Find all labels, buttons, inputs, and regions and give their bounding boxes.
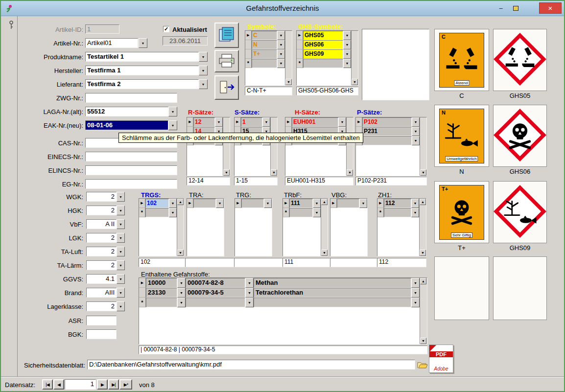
scrollbar[interactable]: ▼ — [270, 117, 277, 176]
dropdown-arrow-icon[interactable]: ▼ — [169, 208, 177, 217]
ta-luft-dropdown-icon[interactable]: ▼ — [117, 247, 125, 256]
symbol-value[interactable]: T+ — [252, 49, 277, 59]
scroll-down-icon[interactable]: ▼ — [420, 250, 426, 256]
artikel-nr-input[interactable]: Artikel01 — [85, 38, 138, 48]
ta-laerm-dropdown-icon[interactable]: ▼ — [117, 260, 125, 270]
wgk-input[interactable]: 2 — [86, 192, 117, 202]
record-selector-icon[interactable]: ▶ — [139, 278, 146, 288]
ggvs-dropdown-icon[interactable]: ▼ — [117, 274, 125, 284]
scroll-down-icon[interactable]: ▼ — [347, 169, 353, 176]
gefahrstoff-id-empty[interactable] — [146, 298, 177, 307]
aktualisiert-checkbox[interactable]: ✓ — [163, 26, 169, 32]
elincs-nr-input[interactable] — [85, 165, 177, 175]
record-selector-icon[interactable]: ▶ — [235, 199, 241, 208]
dropdown-arrow-icon[interactable]: ▼ — [277, 31, 285, 40]
scroll-up-icon[interactable]: ▲ — [420, 278, 426, 284]
scrollbar[interactable]: ▲▼ — [321, 199, 328, 256]
dropdown-arrow-icon[interactable]: ▼ — [411, 288, 420, 298]
gefahrstoff-id[interactable]: 23130 — [146, 288, 177, 298]
hgk-input[interactable]: 2 — [86, 206, 117, 215]
dropdown-arrow-icon[interactable]: ▼ — [359, 199, 367, 208]
p-satz-value[interactable]: P231 — [362, 127, 412, 136]
sdb-path-input[interactable]: D:\Datenbanken\Gefahrstoffverwaltung\kmr… — [87, 360, 415, 369]
new-record-icon[interactable]: * — [283, 208, 289, 217]
scrollbar[interactable]: ▼ — [223, 117, 230, 176]
maximize-button[interactable] — [508, 2, 523, 14]
produktname-input[interactable]: Testartikel 1 — [85, 52, 199, 62]
asr-input[interactable] — [86, 316, 117, 325]
eak-nr-input[interactable]: 08-01-06 — [85, 120, 168, 130]
scroll-up-icon[interactable]: ▲ — [321, 199, 328, 205]
dropdown-arrow-icon[interactable]: ▼ — [412, 117, 420, 127]
new-record-icon[interactable]: * — [297, 59, 303, 68]
vbf-input[interactable]: A II — [86, 219, 117, 229]
dropdown-arrow-icon[interactable]: ▼ — [277, 49, 285, 59]
record-selector-icon[interactable]: ▶ — [356, 117, 362, 127]
lieferant-input[interactable]: Testfirma 2 — [85, 79, 199, 89]
pdf-file-icon[interactable]: PDF Adobe — [429, 345, 453, 373]
scrollbar[interactable]: ▼ — [346, 117, 353, 176]
record-selector-icon[interactable]: ▶ — [245, 31, 252, 40]
new-record-icon[interactable]: * — [139, 298, 146, 307]
new-record-icon[interactable]: * — [245, 59, 252, 68]
report-button[interactable] — [214, 23, 239, 48]
lagerklasse-dropdown-icon[interactable]: ▼ — [117, 301, 125, 311]
ghs-value[interactable]: GHS09 — [303, 49, 343, 59]
record-selector-icon[interactable]: ▶ — [330, 199, 337, 208]
artikel-nr-dropdown-icon[interactable]: ▼ — [139, 38, 147, 48]
dropdown-arrow-icon[interactable]: ▼ — [277, 59, 285, 68]
first-record-button[interactable]: |◀ — [42, 379, 53, 390]
last-record-button[interactable]: ▶| — [108, 379, 119, 390]
p-satz-value[interactable]: P102 — [362, 117, 412, 127]
ghs-value[interactable]: GHS06 — [303, 40, 343, 49]
gefahrstoff-id[interactable]: 10000 — [146, 278, 177, 288]
scrollbar[interactable]: ▼ — [420, 117, 426, 176]
ta-laerm-input[interactable]: 2 — [86, 260, 117, 270]
scrollbar[interactable]: ▼ — [351, 31, 358, 85]
record-selector-icon[interactable]: ▶ — [187, 199, 193, 208]
dropdown-arrow-icon[interactable]: ▼ — [411, 199, 419, 208]
minimize-button[interactable]: – — [494, 2, 508, 14]
produktname-dropdown-icon[interactable]: ▼ — [199, 52, 208, 62]
close-button[interactable]: × — [539, 2, 562, 14]
dropdown-arrow-icon[interactable]: ▼ — [338, 117, 346, 127]
lagerklasse-input[interactable]: 2 — [86, 301, 117, 311]
gefahrstoff-cas-empty[interactable] — [186, 298, 245, 307]
lgk-input[interactable]: 2 — [86, 233, 117, 243]
record-selector[interactable] — [297, 40, 303, 49]
ta-luft-input[interactable]: 2 — [86, 247, 117, 256]
ghs-value[interactable]: GHS05 — [303, 31, 343, 40]
dropdown-arrow-icon[interactable]: ▼ — [245, 288, 254, 298]
dropdown-arrow-icon[interactable]: ▼ — [343, 31, 351, 40]
ghs-value-empty[interactable] — [303, 59, 343, 68]
dropdown-arrow-icon[interactable]: ▼ — [215, 117, 223, 127]
einecs-nr-input[interactable] — [85, 152, 177, 161]
folder-open-icon[interactable] — [417, 361, 428, 370]
trbf-value-empty[interactable] — [289, 208, 313, 217]
dropdown-arrow-icon[interactable]: ▼ — [412, 127, 420, 136]
hersteller-input[interactable]: Testfirma 1 — [85, 66, 199, 75]
wgk-dropdown-icon[interactable]: ▼ — [117, 192, 125, 202]
previous-record-button[interactable]: ◀ — [53, 379, 64, 390]
dropdown-arrow-icon[interactable]: ▼ — [412, 136, 420, 145]
symbol-value[interactable]: C — [252, 31, 277, 40]
dropdown-arrow-icon[interactable]: ▼ — [343, 59, 351, 68]
h-satz-value[interactable]: EUH001 — [292, 117, 338, 127]
gefahrstoff-name[interactable]: Tetrachlorethan — [254, 288, 411, 298]
scroll-down-icon[interactable]: ▼ — [271, 169, 277, 176]
hersteller-dropdown-icon[interactable]: ▼ — [199, 66, 208, 75]
print-button[interactable] — [214, 50, 239, 72]
dropdown-arrow-icon[interactable]: ▼ — [177, 298, 186, 307]
lieferant-dropdown-icon[interactable]: ▼ — [199, 79, 208, 89]
dropdown-arrow-icon[interactable]: ▼ — [216, 199, 224, 208]
dropdown-arrow-icon[interactable]: ▼ — [262, 117, 270, 127]
zh1-value[interactable]: 112 — [384, 199, 411, 208]
trgs-value-empty[interactable] — [145, 208, 169, 217]
dropdown-arrow-icon[interactable]: ▼ — [313, 199, 321, 208]
bgk-input[interactable] — [86, 329, 117, 339]
scroll-down-icon[interactable]: ▼ — [420, 338, 426, 344]
scroll-down-icon[interactable]: ▼ — [223, 169, 230, 176]
zwg-nr-input[interactable] — [85, 93, 177, 103]
gefahrstoff-name-empty[interactable] — [254, 298, 411, 307]
zh1-value-empty[interactable] — [384, 208, 411, 217]
